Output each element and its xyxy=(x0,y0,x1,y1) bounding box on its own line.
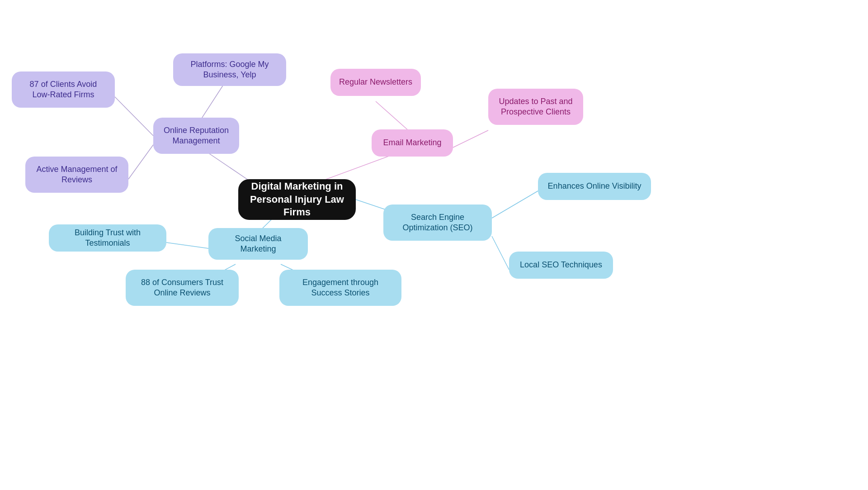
active-management-label: Active Management of Reviews xyxy=(33,164,120,186)
engagement-label: Engagement through Success Stories xyxy=(288,277,393,299)
svg-line-9 xyxy=(492,236,509,270)
svg-line-6 xyxy=(453,130,488,147)
consumers-trust-label: 88 of Consumers Trust Online Reviews xyxy=(134,277,231,299)
local-seo-node: Local SEO Techniques xyxy=(509,252,613,279)
svg-line-8 xyxy=(492,191,538,218)
building-trust-label: Building Trust with Testimonials xyxy=(57,228,158,249)
center-label: Digital Marketing in Personal Injury Law… xyxy=(246,180,348,219)
avoid-low-rated-node: 87 of Clients Avoid Low-Rated Firms xyxy=(12,71,115,108)
social-media-label: Social Media Marketing xyxy=(217,233,300,255)
social-media-node: Social Media Marketing xyxy=(208,228,308,260)
local-seo-label: Local SEO Techniques xyxy=(520,260,602,270)
enhances-visibility-node: Enhances Online Visibility xyxy=(538,173,651,200)
platforms-node: Platforms: Google My Business, Yelp xyxy=(173,53,286,86)
svg-line-3 xyxy=(128,145,153,179)
avoid-low-rated-label: 87 of Clients Avoid Low-Rated Firms xyxy=(20,79,107,100)
regular-newsletters-label: Regular Newsletters xyxy=(339,77,412,87)
center-node: Digital Marketing in Personal Injury Law… xyxy=(238,179,356,220)
updates-clients-label: Updates to Past and Prospective Clients xyxy=(496,96,575,118)
consumers-trust-node: 88 of Consumers Trust Online Reviews xyxy=(126,270,239,306)
seo-node: Search Engine Optimization (SEO) xyxy=(383,205,492,241)
platforms-label: Platforms: Google My Business, Yelp xyxy=(181,59,278,81)
email-marketing-label: Email Marketing xyxy=(383,138,441,148)
email-marketing-node: Email Marketing xyxy=(372,129,453,157)
svg-line-11 xyxy=(166,243,208,248)
updates-clients-node: Updates to Past and Prospective Clients xyxy=(488,89,583,125)
engagement-node: Engagement through Success Stories xyxy=(279,270,401,306)
active-management-node: Active Management of Reviews xyxy=(25,157,128,193)
online-reputation-label: Online Reputation Management xyxy=(161,125,231,147)
online-reputation-node: Online Reputation Management xyxy=(153,118,239,154)
svg-line-2 xyxy=(115,97,153,136)
seo-label: Search Engine Optimization (SEO) xyxy=(392,212,484,233)
regular-newsletters-node: Regular Newsletters xyxy=(330,69,421,96)
building-trust-node: Building Trust with Testimonials xyxy=(49,224,166,252)
enhances-visibility-label: Enhances Online Visibility xyxy=(548,181,642,191)
